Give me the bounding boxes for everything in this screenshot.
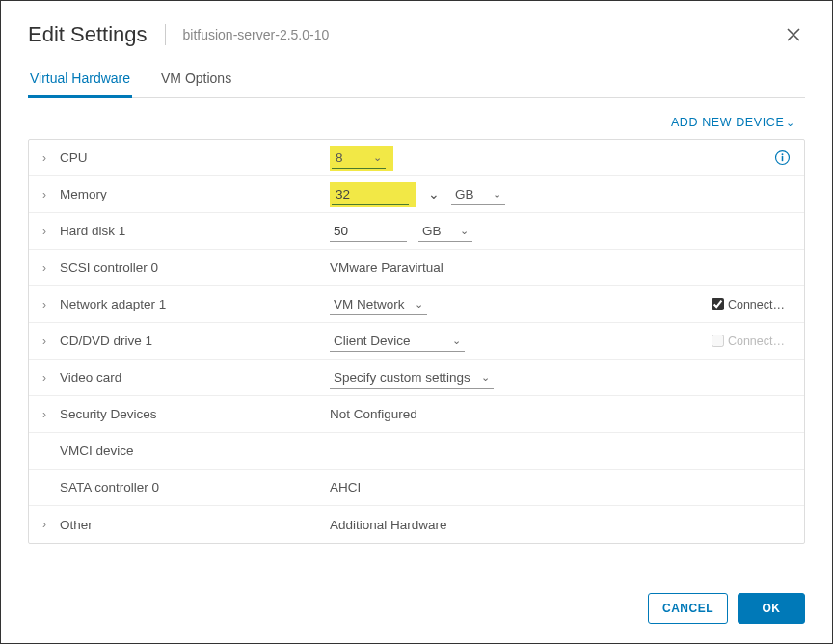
cdrom-label: CD/DVD drive 1 [60,334,330,348]
cpu-value: 8 [336,150,363,165]
expand-icon[interactable]: › [42,261,60,275]
vm-name: bitfusion-server-2.5.0-10 [183,27,330,42]
row-cdrom: › CD/DVD drive 1 Client Device ⌄ Connect… [29,323,804,360]
disk-unit: GB [422,224,450,238]
chevron-down-icon: ⌄ [460,225,469,237]
network-connect-checkbox[interactable]: Connect… [712,298,785,311]
disk-unit-select[interactable]: GB ⌄ [418,221,472,242]
security-label: Security Devices [60,407,330,421]
row-security: › Security Devices Not Configured [29,396,804,433]
chevron-down-icon: ⌄ [415,298,423,310]
row-vmci: VMCI device [29,433,804,470]
memory-label: Memory [60,187,330,201]
add-new-device-label: ADD NEW DEVICE [671,116,784,129]
chevron-down-icon: ⌄ [452,335,461,347]
chevron-down-icon: ⌄ [481,371,490,384]
cdrom-value: Client Device [334,334,443,348]
disk-size-input[interactable] [330,221,407,242]
memory-input[interactable] [332,184,409,205]
sata-label: SATA controller 0 [60,480,330,495]
other-label: Other [60,518,330,532]
scsi-label: SCSI controller 0 [60,260,330,275]
svg-point-1 [782,153,784,155]
chevron-down-icon: ⌄ [373,151,382,164]
expand-icon[interactable]: › [42,335,60,348]
security-value: Not Configured [330,407,791,421]
cpu-label: CPU [60,150,330,165]
sata-value: AHCI [330,480,791,495]
video-value: Specify custom settings [334,370,471,385]
cpu-select[interactable]: 8 ⌄ [332,148,386,169]
info-icon[interactable] [774,149,791,166]
network-select[interactable]: VM Network ⌄ [330,294,427,315]
memory-unit: GB [455,187,483,201]
row-hard-disk: › Hard disk 1 GB ⌄ [29,213,804,250]
disk-label: Hard disk 1 [60,224,330,238]
ok-button[interactable]: OK [738,593,805,624]
connect-label: Connect… [728,298,785,311]
svg-rect-2 [782,156,784,161]
expand-icon[interactable]: › [42,408,60,421]
add-new-device-button[interactable]: ADD NEW DEVICE⌄ [28,110,805,139]
tab-vm-options[interactable]: VM Options [159,65,233,97]
expand-icon[interactable]: › [42,188,60,201]
dialog-title: Edit Settings [28,22,148,47]
row-cpu: › CPU 8 ⌄ [29,140,804,176]
cdrom-connect-checkbox: Connect… [712,335,785,348]
cancel-button[interactable]: CANCEL [648,593,728,624]
row-scsi: › SCSI controller 0 VMware Paravirtual [29,250,804,286]
scsi-value: VMware Paravirtual [330,260,791,275]
network-label: Network adapter 1 [60,297,330,311]
row-other: › Other Additional Hardware [29,506,804,543]
video-label: Video card [60,370,330,385]
chevron-down-icon: ⌄ [493,188,501,201]
tab-virtual-hardware[interactable]: Virtual Hardware [28,65,132,98]
hardware-table: › CPU 8 ⌄ › Memory ⌄ [28,139,805,544]
expand-icon[interactable]: › [42,225,60,238]
connect-label: Connect… [728,335,785,348]
memory-unit-select[interactable]: GB ⌄ [451,184,505,205]
tabs: Virtual Hardware VM Options [28,65,805,98]
chevron-down-icon[interactable]: ⌄ [428,186,440,202]
row-video: › Video card Specify custom settings ⌄ [29,360,804,396]
expand-icon[interactable]: › [42,151,60,165]
checkbox-icon [712,335,724,347]
row-sata: SATA controller 0 AHCI [29,470,804,506]
video-select[interactable]: Specify custom settings ⌄ [330,367,494,389]
header-divider [165,24,166,45]
expand-icon[interactable]: › [42,371,60,385]
cdrom-select[interactable]: Client Device ⌄ [330,331,465,352]
checkbox-icon[interactable] [712,298,724,310]
row-memory: › Memory ⌄ GB ⌄ [29,176,804,213]
close-icon[interactable] [782,23,805,46]
vmci-label: VMCI device [60,443,330,458]
expand-icon[interactable]: › [42,518,60,531]
other-value: Additional Hardware [330,518,791,532]
row-network: › Network adapter 1 VM Network ⌄ Connect… [29,286,804,323]
chevron-down-icon: ⌄ [786,117,795,128]
network-value: VM Network [334,297,405,311]
expand-icon[interactable]: › [42,298,60,311]
